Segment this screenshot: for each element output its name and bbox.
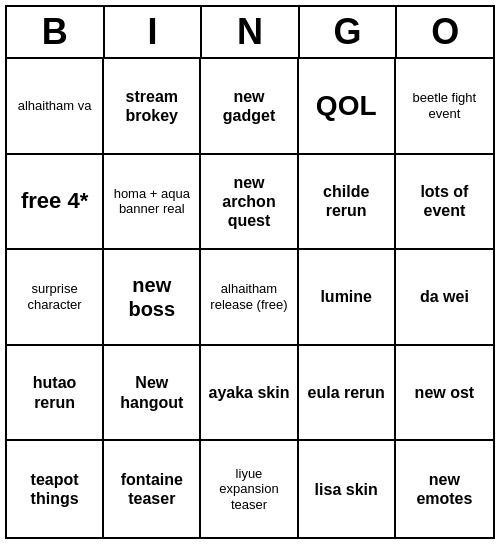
cell-5-5: new emotes xyxy=(396,441,493,537)
bingo-board: B I N G O alhaitham va stream brokey new… xyxy=(5,5,495,539)
cell-3-1: surprise character xyxy=(7,250,104,346)
cell-3-3: alhaitham release (free) xyxy=(201,250,298,346)
cell-3-2: new boss xyxy=(104,250,201,346)
header-i: I xyxy=(105,7,203,57)
cell-5-1: teapot things xyxy=(7,441,104,537)
cell-1-2: stream brokey xyxy=(104,59,201,155)
cell-5-2: fontaine teaser xyxy=(104,441,201,537)
cell-2-5: lots of event xyxy=(396,155,493,251)
cell-3-4: lumine xyxy=(299,250,396,346)
cell-4-5: new ost xyxy=(396,346,493,442)
header-n: N xyxy=(202,7,300,57)
cell-4-2: New hangout xyxy=(104,346,201,442)
cell-1-5: beetle fight event xyxy=(396,59,493,155)
cell-1-3: new gadget xyxy=(201,59,298,155)
cell-1-1: alhaitham va xyxy=(7,59,104,155)
cell-5-4: lisa skin xyxy=(299,441,396,537)
header-o: O xyxy=(397,7,493,57)
cell-3-5: da wei xyxy=(396,250,493,346)
cell-2-3: new archon quest xyxy=(201,155,298,251)
cell-2-4: childe rerun xyxy=(299,155,396,251)
header-b: B xyxy=(7,7,105,57)
cell-4-1: hutao rerun xyxy=(7,346,104,442)
header-g: G xyxy=(300,7,398,57)
cell-5-3: liyue expansion teaser xyxy=(201,441,298,537)
cell-1-4: QOL xyxy=(299,59,396,155)
cell-4-4: eula rerun xyxy=(299,346,396,442)
cell-2-2: homa + aqua banner real xyxy=(104,155,201,251)
cell-4-3: ayaka skin xyxy=(201,346,298,442)
cell-2-1: free 4* xyxy=(7,155,104,251)
bingo-grid: alhaitham va stream brokey new gadget QO… xyxy=(7,59,493,537)
bingo-header: B I N G O xyxy=(7,7,493,59)
